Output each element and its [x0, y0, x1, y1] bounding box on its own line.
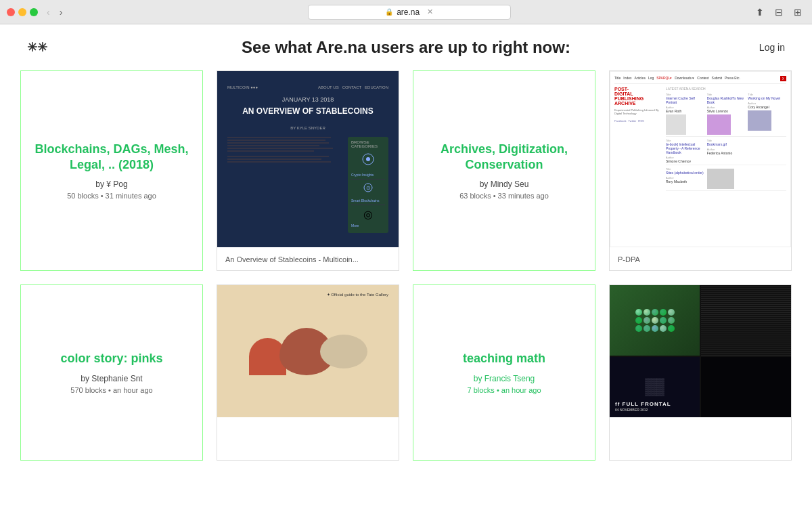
card-archives[interactable]: Archives, Digitization, Conservation by …: [413, 70, 595, 271]
card-caption: An Overview of Stablecoins - Multicoin..…: [224, 255, 392, 263]
card-caption: P-DPA: [616, 255, 784, 263]
tate-header-text: ✦ Official guide to the Tate Gallery: [327, 292, 389, 297]
ff-logo-text: ff FULL FRONTAL 04 NOVEMBER 2012: [615, 401, 671, 412]
multicoin-body: BROWSE CATEGORIES Crypto Insights: [227, 137, 388, 233]
url-text: are.na: [397, 7, 420, 17]
card-meta: 63 blocks • 33 minutes ago: [459, 192, 549, 200]
card-author: by Stephanie Snt: [81, 374, 142, 383]
card-tate[interactable]: ✦ Official guide to the Tate Gallery: [217, 284, 399, 461]
card-author: by ¥ Pog: [95, 179, 127, 189]
card-author: by Mindy Seu: [480, 179, 529, 189]
card-meta: 7 blocks • an hour ago: [467, 386, 541, 394]
sidebar-button[interactable]: ⊞: [790, 5, 805, 19]
card-meta: 570 blocks • an hour ago: [70, 386, 152, 394]
pdpa-left-panel: POST-DIGITALPUBLISHINGARCHIVE Experiment…: [614, 87, 662, 242]
page-header: ✳✳ See what Are.na users are up to right…: [0, 24, 812, 64]
card-multicoin[interactable]: MULTICOIN ●●● ABOUT US CONTACT EDUCATION…: [217, 70, 399, 271]
card-caption-area: P-DPA: [610, 247, 791, 270]
multicoin-preview: MULTICOIN ●●● ABOUT US CONTACT EDUCATION…: [217, 71, 399, 247]
close-button[interactable]: [7, 8, 15, 16]
multicoin-date: JANUARY 13 2018: [282, 96, 334, 103]
svg-point-1: [366, 157, 370, 161]
card-title: teaching math: [463, 351, 545, 366]
back-button[interactable]: ‹: [43, 5, 53, 19]
pdpa-main: POST-DIGITALPUBLISHINGARCHIVE Experiment…: [614, 87, 786, 242]
new-tab-button[interactable]: ⊟: [771, 5, 786, 19]
tate-preview: ✦ Official guide to the Tate Gallery: [217, 285, 399, 417]
browser-window-buttons: [7, 8, 38, 16]
page-title: See what Are.na users are up to right no…: [242, 38, 570, 57]
card-title: Archives, Digitization, Conservation: [427, 142, 581, 173]
card-author: by Francis Tseng: [474, 374, 535, 383]
card-caption-area: An Overview of Stablecoins - Multicoin..…: [217, 247, 399, 270]
ff-grid: ▒▒▒▒▒▒▒▒▒▒▒▒▒▒▒: [610, 285, 791, 417]
page-content: ✳✳ See what Are.na users are up to right…: [0, 24, 812, 508]
ff-cell-orbs: [610, 285, 700, 356]
card-meta: 50 blocks • 31 minutes ago: [67, 192, 156, 200]
browser-chrome: ‹ › 🔒 are.na ✕ ⬆ ⊟ ⊞: [0, 0, 812, 24]
address-bar[interactable]: 🔒 are.na ✕: [308, 5, 511, 20]
ff-cell-darker: [701, 357, 791, 417]
minimize-button[interactable]: [18, 8, 26, 16]
address-bar-container: 🔒 are.na ✕: [71, 5, 747, 20]
card-title: Blockchains, DAGs, Mesh, Legal, .. (2018…: [35, 142, 189, 173]
fullfrontal-preview: ▒▒▒▒▒▒▒▒▒▒▒▒▒▒▒ ff FULL FRONTAL 04 NOVEM…: [610, 285, 791, 417]
pdpa-right-panel: LATEST ARENA SEARCH Title Internet Cache…: [666, 87, 786, 242]
cards-grid: Blockchains, DAGs, Mesh, Legal, .. (2018…: [0, 64, 812, 474]
multicoin-nav: MULTICOIN ●●● ABOUT US CONTACT EDUCATION: [227, 85, 388, 89]
pdpa-preview: Title Index Articles Log SPARQL▾ Downloa…: [610, 71, 791, 247]
ff-cell-static: [701, 285, 791, 356]
card-teaching-math[interactable]: teaching math by Francis Tseng 7 blocks …: [413, 284, 595, 461]
browser-nav: ‹ ›: [43, 5, 66, 19]
login-link[interactable]: Log in: [759, 42, 785, 53]
multicoin-text-area: [227, 137, 342, 233]
card-blockchains[interactable]: Blockchains, DAGs, Mesh, Legal, .. (2018…: [20, 70, 203, 271]
card-pdpa[interactable]: Title Index Articles Log SPARQL▾ Downloa…: [609, 70, 792, 271]
forward-button[interactable]: ›: [56, 5, 66, 19]
pdpa-nav: Title Index Articles Log SPARQL▾ Downloa…: [614, 76, 786, 84]
tate-shapes: [249, 328, 367, 375]
card-fullfrontal[interactable]: ▒▒▒▒▒▒▒▒▒▒▒▒▒▒▒ ff FULL FRONTAL 04 NOVEM…: [609, 284, 792, 461]
card-title: color story: pinks: [60, 351, 162, 366]
multicoin-sidebar: BROWSE CATEGORIES Crypto Insights: [348, 137, 388, 233]
svg-text:⊙: ⊙: [366, 185, 371, 191]
lock-icon: 🔒: [385, 8, 393, 16]
share-button[interactable]: ⬆: [752, 5, 767, 19]
browser-actions: ⬆ ⊟ ⊞: [752, 5, 805, 19]
site-logo[interactable]: ✳✳: [27, 40, 47, 55]
card-color-story[interactable]: color story: pinks by Stephanie Snt 570 …: [20, 284, 203, 461]
maximize-button[interactable]: [30, 8, 38, 16]
close-tab-icon[interactable]: ✕: [427, 7, 433, 16]
multicoin-heading: AN OVERVIEW OF STABLECOINS: [242, 106, 374, 116]
